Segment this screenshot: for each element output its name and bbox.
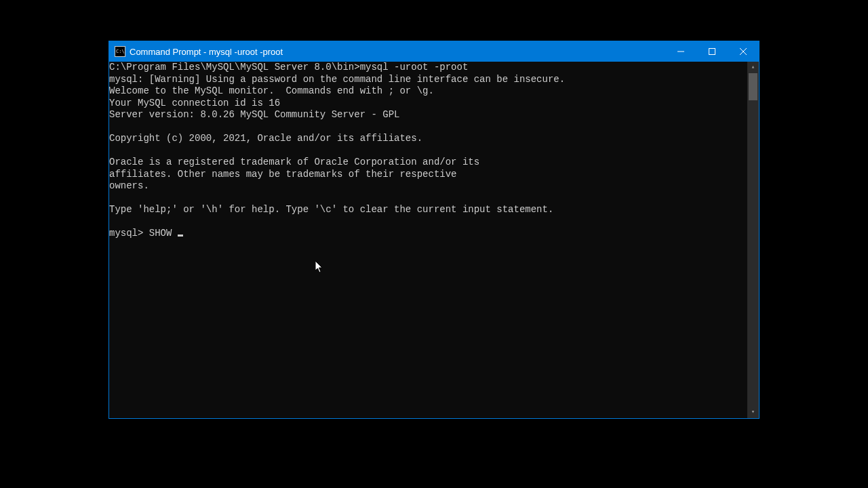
close-button[interactable] bbox=[728, 41, 759, 62]
cmd-icon: C:\ bbox=[115, 46, 125, 57]
terminal-output[interactable]: C:\Program Files\MySQL\MySQL Server 8.0\… bbox=[109, 62, 747, 418]
terminal-line: Type 'help;' or '\h' for help. Type '\c'… bbox=[109, 204, 747, 216]
maximize-button[interactable] bbox=[696, 41, 728, 62]
terminal-line bbox=[109, 216, 747, 228]
current-input: SHOW bbox=[149, 228, 178, 239]
terminal-line: C:\Program Files\MySQL\MySQL Server 8.0\… bbox=[109, 62, 747, 74]
close-icon bbox=[740, 48, 747, 55]
svg-rect-1 bbox=[709, 49, 715, 55]
terminal-line: mysql: [Warning] Using a password on the… bbox=[109, 74, 747, 86]
terminal-line: owners. bbox=[109, 180, 747, 192]
scroll-track[interactable] bbox=[747, 73, 759, 407]
minimize-button[interactable] bbox=[665, 41, 696, 62]
terminal-line bbox=[109, 192, 747, 205]
terminal-line: Server version: 8.0.26 MySQL Community S… bbox=[109, 109, 747, 121]
vertical-scrollbar[interactable]: ▴ ▾ bbox=[747, 62, 759, 418]
maximize-icon bbox=[709, 48, 715, 55]
terminal-line: Oracle is a registered trademark of Orac… bbox=[109, 157, 747, 169]
text-cursor bbox=[178, 235, 183, 237]
terminal-prompt-line[interactable]: mysql> SHOW bbox=[109, 228, 747, 240]
titlebar[interactable]: C:\ Command Prompt - mysql -uroot -proot bbox=[109, 41, 759, 62]
terminal-line bbox=[109, 145, 747, 157]
scroll-up-arrow-icon[interactable]: ▴ bbox=[747, 62, 759, 73]
scroll-down-arrow-icon[interactable]: ▾ bbox=[747, 407, 759, 418]
terminal-line: Welcome to the MySQL monitor. Commands e… bbox=[109, 85, 747, 98]
terminal-line: affiliates. Other names may be trademark… bbox=[109, 169, 747, 181]
minimize-icon bbox=[677, 48, 684, 55]
terminal-line: Your MySQL connection id is 16 bbox=[109, 98, 747, 110]
terminal-line: Copyright (c) 2000, 2021, Oracle and/or … bbox=[109, 133, 747, 145]
prompt-text: mysql> bbox=[109, 228, 149, 239]
scroll-thumb[interactable] bbox=[749, 73, 757, 100]
terminal-line bbox=[109, 121, 747, 134]
window-title: Command Prompt - mysql -uroot -proot bbox=[130, 47, 665, 57]
